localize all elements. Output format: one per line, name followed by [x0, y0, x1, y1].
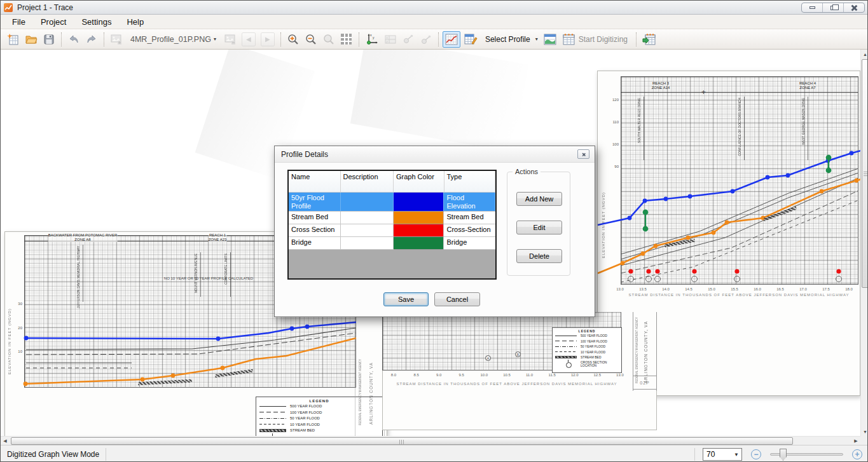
scrollbar-corner — [860, 436, 868, 445]
cell-graph-color[interactable] — [394, 237, 444, 250]
dialog-title-bar[interactable]: Profile Details — [275, 146, 595, 163]
image-selector-dropdown[interactable]: 4MR_Profile_01P.PNG ▾ — [126, 31, 221, 48]
dialog-close-button[interactable] — [577, 149, 589, 159]
start-digitizing-button[interactable]: Start Digitizing — [560, 31, 632, 48]
restore-icon — [830, 6, 836, 10]
legend-line-dash — [259, 412, 286, 412]
cell-name[interactable]: Cross Section — [289, 224, 341, 237]
remove-image-button[interactable] — [222, 31, 238, 48]
zoom-in-button[interactable] — [285, 31, 301, 48]
title-bar[interactable]: Project 1 - Trace — [1, 1, 868, 15]
save-button[interactable]: Save — [383, 292, 429, 306]
export-data-button[interactable] — [640, 31, 658, 48]
app-window: Project 1 - Trace File Project Settings … — [0, 0, 868, 462]
scroll-right-arrow[interactable]: ▶ — [851, 437, 860, 445]
undo-icon — [67, 33, 80, 46]
app-logo-icon — [4, 3, 13, 12]
actions-group-label: Actions — [513, 168, 541, 175]
cell-description[interactable] — [341, 224, 394, 237]
next-image-button[interactable]: ▶ — [259, 31, 277, 48]
undo-button[interactable] — [65, 31, 82, 48]
restore-button[interactable] — [823, 3, 844, 12]
horizontal-scrollbar[interactable]: ◀ ▶ — [1, 436, 860, 445]
zoom-in-button[interactable]: + — [852, 449, 862, 459]
save-button[interactable] — [41, 31, 57, 48]
cell-graph-color[interactable] — [394, 193, 444, 212]
zoom-slider[interactable] — [770, 453, 843, 456]
column-header-name[interactable]: Name — [289, 171, 341, 193]
zoom-out-button[interactable] — [303, 31, 319, 48]
column-header-graph-color[interactable]: Graph Color — [394, 171, 444, 193]
vertical-scrollbar[interactable]: ▲ ▼ — [860, 50, 868, 436]
grid-toggle-button[interactable] — [338, 31, 355, 48]
table-row[interactable]: Stream Bed Stream Bed — [289, 212, 495, 224]
legend-line-solid — [259, 406, 286, 407]
scroll-left-arrow[interactable]: ◀ — [1, 437, 10, 445]
open-project-button[interactable] — [23, 31, 39, 48]
new-project-button[interactable] — [5, 31, 22, 48]
cell-type[interactable]: Flood Elevation — [444, 193, 495, 212]
delete-point-button[interactable] — [418, 31, 434, 48]
cell-type[interactable]: Stream Bed — [444, 212, 495, 224]
set-axes-button[interactable]: xy — [363, 31, 381, 48]
digitized-graph-view-button[interactable] — [443, 31, 460, 48]
minimize-button[interactable] — [802, 3, 823, 12]
menu-help[interactable]: Help — [119, 16, 151, 28]
legend-line-dash — [555, 341, 577, 341]
menu-project[interactable]: Project — [33, 16, 74, 28]
edit-button[interactable]: Edit — [516, 221, 562, 234]
image-selector-value: 4MR_Profile_01P.PNG — [130, 35, 211, 44]
column-header-description[interactable]: Description — [341, 171, 394, 193]
zoom-level-dropdown[interactable]: 70 ▼ — [703, 448, 742, 461]
menu-settings[interactable]: Settings — [74, 16, 119, 28]
zoom-slider-thumb[interactable] — [780, 449, 787, 461]
add-image-button[interactable] — [108, 31, 125, 48]
cell-description[interactable] — [341, 193, 394, 212]
column-header-type[interactable]: Type — [444, 171, 496, 193]
redo-icon — [85, 33, 98, 46]
table-row[interactable]: Bridge Bridge — [289, 237, 495, 250]
zoom-reset-button[interactable] — [320, 31, 337, 48]
close-button[interactable] — [844, 3, 864, 12]
close-icon — [851, 4, 857, 11]
cancel-button[interactable]: Cancel — [434, 292, 480, 306]
profile-edit-icon — [464, 32, 478, 46]
cell-name[interactable]: Bridge — [289, 237, 341, 250]
table-row[interactable]: Cross Section Cross-Section — [289, 224, 495, 237]
xy-values-button[interactable]: xy — [382, 31, 399, 48]
x-tick-row: 8.0 8.5 9.0 9.5 10.0 10.5 11.0 11.5 12.0… — [383, 373, 631, 377]
cell-name[interactable]: Stream Bed — [289, 212, 341, 224]
status-separator — [106, 448, 106, 461]
profiles-table[interactable]: Name Description Graph Color Type 50yr F… — [287, 170, 497, 280]
scroll-up-arrow[interactable]: ▲ — [861, 50, 868, 58]
horizontal-scroll-thumb[interactable] — [11, 437, 793, 445]
table-row[interactable]: 50yr Flood Profile Flood Elevation — [289, 193, 495, 212]
cell-graph-color[interactable] — [394, 224, 444, 237]
select-profile-dropdown[interactable]: Select Profile ▾ — [481, 31, 540, 48]
zoom-level-value: 70 — [703, 450, 734, 459]
zoom-out-button[interactable]: − — [751, 449, 761, 459]
axes-icon: xy — [365, 32, 379, 46]
previous-image-button[interactable]: ◀ — [240, 31, 258, 48]
view-mode-status: Digitized Graph View Mode — [1, 450, 106, 459]
cell-description[interactable] — [341, 237, 394, 250]
add-new-button[interactable]: Add New — [516, 192, 562, 206]
menu-file[interactable]: File — [4, 16, 33, 28]
edit-profiles-button[interactable] — [462, 31, 479, 48]
cell-type[interactable]: Cross-Section — [444, 224, 495, 237]
add-point-button[interactable] — [400, 31, 417, 48]
arrow-left-icon: ◀ — [242, 32, 256, 46]
menu-bar: File Project Settings Help — [1, 15, 868, 29]
graph-overlay-button[interactable] — [541, 31, 559, 48]
redo-button[interactable] — [83, 31, 100, 48]
cell-name[interactable]: 50yr Flood Profile — [289, 193, 341, 212]
table-empty-area — [289, 250, 495, 278]
scroll-down-arrow[interactable]: ▼ — [861, 427, 868, 436]
start-digitizing-label: Start Digitizing — [576, 35, 630, 44]
cell-graph-color[interactable] — [394, 212, 444, 224]
cell-type[interactable]: Bridge — [444, 237, 495, 250]
flood-profile-sheet-middle: A B 8.0 8.5 9.0 9.5 10.0 10.5 11.0 11.5 … — [382, 312, 657, 430]
delete-button[interactable]: Delete — [516, 249, 562, 263]
vertical-scroll-thumb[interactable] — [862, 59, 868, 288]
cell-description[interactable] — [341, 212, 394, 224]
